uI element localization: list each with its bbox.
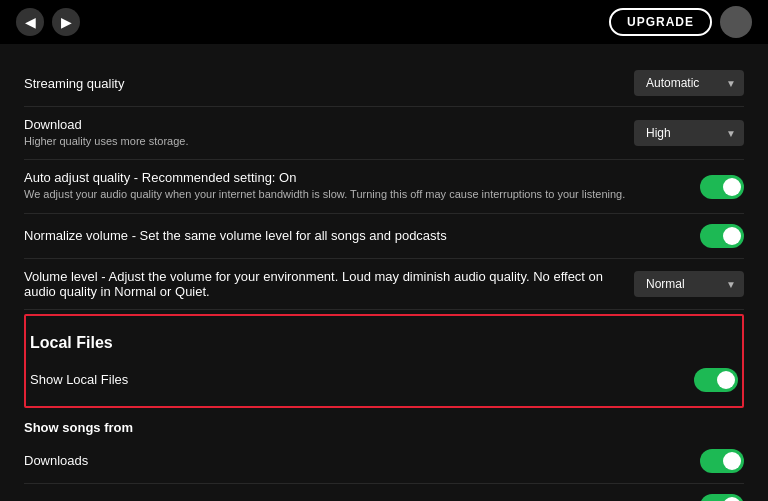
normalize-volume-slider [700, 224, 744, 248]
local-files-section: Local Files Show Local Files [24, 314, 744, 408]
download-select-wrapper: Low Normal High Very High Extreme ▼ [634, 120, 744, 146]
show-local-files-label: Show Local Files [30, 372, 678, 387]
streaming-quality-text: Streaming quality [24, 76, 634, 91]
settings-content: Streaming quality Automatic Low Normal H… [0, 44, 768, 501]
auto-adjust-subtitle: We adjust your audio quality when your i… [24, 187, 684, 202]
forward-button[interactable]: ▶ [52, 8, 80, 36]
volume-level-select[interactable]: Quiet Normal Loud [634, 271, 744, 297]
download-row: Download Higher quality uses more storag… [24, 107, 744, 160]
music-library-slider [700, 494, 744, 501]
streaming-quality-row: Streaming quality Automatic Low Normal H… [24, 60, 744, 107]
downloads-text: Downloads [24, 453, 700, 468]
user-area: UPGRADE [609, 6, 752, 38]
back-icon: ◀ [25, 14, 36, 30]
download-select[interactable]: Low Normal High Very High Extreme [634, 120, 744, 146]
music-library-row: Music Library [24, 484, 744, 501]
show-local-files-row: Show Local Files [26, 358, 742, 402]
show-local-files-toggle[interactable] [694, 368, 738, 392]
download-subtitle: Higher quality uses more storage. [24, 134, 618, 149]
download-label: Download [24, 117, 618, 132]
volume-level-row: Volume level - Adjust the volume for you… [24, 259, 744, 310]
normalize-volume-row: Normalize volume - Set the same volume l… [24, 214, 744, 259]
show-local-files-slider [694, 368, 738, 392]
nav-arrows: ◀ ▶ [16, 8, 80, 36]
auto-adjust-row: Auto adjust quality - Recommended settin… [24, 160, 744, 213]
back-button[interactable]: ◀ [16, 8, 44, 36]
auto-adjust-text: Auto adjust quality - Recommended settin… [24, 170, 700, 202]
upgrade-button[interactable]: UPGRADE [609, 8, 712, 36]
downloads-label: Downloads [24, 453, 684, 468]
show-songs-from-header: Show songs from [24, 412, 744, 439]
download-text: Download Higher quality uses more storag… [24, 117, 634, 149]
downloads-row: Downloads [24, 439, 744, 484]
volume-level-label: Volume level - Adjust the volume for you… [24, 269, 618, 299]
auto-adjust-toggle[interactable] [700, 175, 744, 199]
show-local-files-text: Show Local Files [30, 372, 694, 387]
streaming-quality-select[interactable]: Automatic Low Normal High Very High Extr… [634, 70, 744, 96]
volume-level-select-wrapper: Quiet Normal Loud ▼ [634, 271, 744, 297]
top-nav: ◀ ▶ UPGRADE [0, 0, 768, 44]
streaming-quality-label: Streaming quality [24, 76, 618, 91]
music-library-toggle[interactable] [700, 494, 744, 501]
forward-icon: ▶ [61, 14, 72, 30]
normalize-volume-text: Normalize volume - Set the same volume l… [24, 228, 700, 243]
auto-adjust-label: Auto adjust quality - Recommended settin… [24, 170, 684, 185]
normalize-volume-toggle[interactable] [700, 224, 744, 248]
streaming-quality-select-wrapper: Automatic Low Normal High Very High Extr… [634, 70, 744, 96]
avatar[interactable] [720, 6, 752, 38]
downloads-toggle[interactable] [700, 449, 744, 473]
volume-level-text: Volume level - Adjust the volume for you… [24, 269, 634, 299]
normalize-volume-label: Normalize volume - Set the same volume l… [24, 228, 684, 243]
auto-adjust-slider [700, 175, 744, 199]
local-files-header: Local Files [26, 320, 742, 358]
downloads-slider [700, 449, 744, 473]
